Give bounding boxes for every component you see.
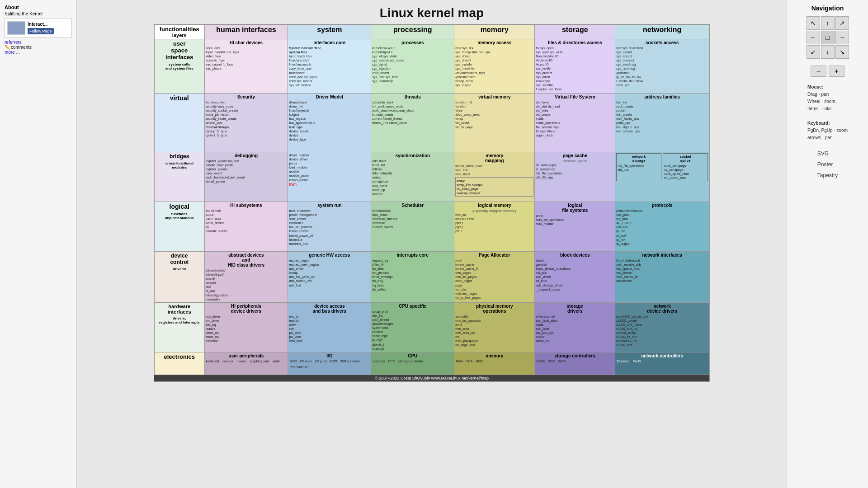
tapestry-link[interactable]: Tapestry <box>817 170 838 181</box>
cell-virtual-memory: virtual memory vmalloc_init vmalloc vfre… <box>454 94 535 152</box>
cell-memory-access: memory access mm/ sys_brk sys_mmap shm_v… <box>454 39 535 94</box>
footer: © 2007–2022 Costa Shulyupin www.MakeLinu… <box>154 375 709 381</box>
cell-driver-model: Driver Model drivers/base/ driver_init l… <box>288 94 371 152</box>
fb-box[interactable]: Interact... Follow Page <box>5 19 72 38</box>
pencil-icon: ✏️ <box>5 45 10 50</box>
cell-virtual-fs: Virtual File System vfs_fsync vfs_stat v… <box>535 94 615 152</box>
cell-user-peripherals: user peripherals keyboardcamera mousegra… <box>204 352 288 375</box>
cell-net-storage-splice: networkstorage nfs_file_operations sfd_o… <box>615 152 709 202</box>
fb-thumbnail <box>7 21 25 35</box>
layer-user-space: user space interfaces system callsand sy… <box>155 39 205 94</box>
mouse-wheel: Wheel - zoom, <box>807 98 848 105</box>
layer-virtual: virtual <box>155 94 205 152</box>
nav-up-right[interactable]: ↗ <box>835 16 849 30</box>
cell-processes: processes kernel/ fs/exec.c kernel/signa… <box>371 39 454 94</box>
nav-title: Navigation <box>811 5 844 12</box>
interact-label: Interact... <box>28 22 54 27</box>
zoom-controls[interactable]: − + <box>811 66 844 77</box>
layer-electronics: electronics <box>155 352 205 375</box>
nav-right[interactable]: → <box>835 31 849 44</box>
nav-up-left[interactable]: ↖ <box>807 16 820 30</box>
cell-generic-hw-access: generic HW access request_region request… <box>288 252 371 303</box>
map-title: Linux kernel map <box>380 6 484 20</box>
nav-down-left[interactable]: ↙ <box>807 45 820 59</box>
cell-page-cache: page cache address_space do_writepages s… <box>535 152 615 202</box>
nav-panel: Navigation ↖ ↑ ↗ ← □ → ↙ ↓ ↘ − + Mouse: … <box>787 0 868 488</box>
cell-hi-peripherals: HI peripheralsdevice drivers usb_driver … <box>204 302 288 352</box>
cell-io: I/O SDIOI/O memI/O ports ACPIUSB control… <box>288 352 371 375</box>
cell-cpu-bottom: CPU registersAPICinterrupt controller <box>371 352 454 375</box>
header-human: human interfaces <box>204 25 288 39</box>
nav-center[interactable]: □ <box>821 31 835 44</box>
nav-up[interactable]: ↑ <box>821 16 835 30</box>
layer-hardware-interfaces: hardware interfaces drivers,registers an… <box>155 302 205 352</box>
map-table: functionalities layers human interfaces … <box>154 24 709 375</box>
cell-debugging: debugging register_kprobe log_buf handle… <box>204 152 288 202</box>
header-storage: storage <box>535 25 615 39</box>
cell-storage-drivers: storagedrivers drivers/nvme/ scsi_host_a… <box>535 302 615 352</box>
mouse-items: Items - links <box>807 105 848 113</box>
about-subtitle: Splitting the Kernel <box>5 11 72 16</box>
cell-network-device-drivers: networkdevice drivers igpw2100_pci_int_o… <box>615 302 709 352</box>
nav-info: Mouse: Drag - pan Wheel - zoom, Items - … <box>807 84 848 141</box>
layer-logical: logical functionsimplementations <box>155 202 205 252</box>
keyboard-arrows: PgDn, PgUp - zoom <box>807 127 848 134</box>
nav-controls[interactable]: ↖ ↑ ↗ ← □ → ↙ ↓ ↘ <box>807 16 849 59</box>
cell-hi-subsystems: HI subsystems init/ kernel/ ALSA V4L2 DR… <box>204 202 288 252</box>
header-processing: processing <box>371 25 454 39</box>
referrers-link[interactable]: referrers <box>5 40 72 45</box>
zoom-out-button[interactable]: − <box>811 66 826 77</box>
svg-link[interactable]: SVG <box>817 148 838 159</box>
header-functionalities: functionalities layers <box>155 25 205 39</box>
nav-down[interactable]: ↓ <box>821 45 835 59</box>
nav-left[interactable]: ← <box>807 31 820 44</box>
cell-system-run: system run boot, shutdown power manageme… <box>288 202 371 252</box>
cell-interfaces-core: interfaces core System Call Interface sy… <box>288 39 371 94</box>
comments-link[interactable]: ✏️ comments <box>5 45 72 50</box>
cell-storage-controllers: storage controllers NVMeSCSISATA <box>535 352 615 375</box>
cell-device-access-bus-drivers: device accessand bus drivers ehc_irq rea… <box>288 302 371 352</box>
cell-files-dirs: files & directories access fs/ sys_open … <box>535 39 615 94</box>
cell-cpu-specific: CPU specific setup_arch ebx_irq start_th… <box>371 302 454 352</box>
poster-link[interactable]: Poster <box>817 159 838 170</box>
cell-memory-bottom: memory RAMDMAMMU <box>454 352 535 375</box>
header-networking: networking <box>615 25 709 39</box>
about-title: About <box>5 5 72 10</box>
cell-system-mid: driver_register device_driver probe load… <box>288 152 371 202</box>
cell-hi-char-devices: HI char devices cdev_add input_handlersn… <box>204 39 288 94</box>
cell-page-allocator: Page Allocator mm/ kmem_cache kmem_cache… <box>454 252 535 303</box>
cell-address-families: address families inet_init sock_create s… <box>615 94 709 152</box>
nav-links: SVG Poster Tapestry <box>817 148 838 181</box>
more-link[interactable]: more ... <box>5 50 72 55</box>
keyboard-pan: arrows - pan <box>807 134 848 141</box>
zoom-in-button[interactable]: + <box>829 66 844 77</box>
cell-scheduler: Scheduler kernel/sched/ task_struct sche… <box>371 202 454 252</box>
nav-down-right[interactable]: ↘ <box>835 45 849 59</box>
cell-synchronization: synchronization add_timer timer_list hrt… <box>371 152 454 202</box>
cell-logical-file-systems: logicalfile systems proto ext4_file_oper… <box>535 202 615 252</box>
follow-button[interactable]: Follow Page <box>28 28 54 34</box>
cell-threads: threads schedule_work init_work queue_wo… <box>371 94 454 152</box>
cell-network-controllers: network controllers EthernetWi-Fi <box>615 352 709 375</box>
header-system: system <box>288 25 371 39</box>
cell-abstract-devices: abstract devicesandHID class drivers dri… <box>204 252 288 303</box>
cell-sockets-access: sockets access net/ sys_socketcall sys_s… <box>615 39 709 94</box>
about-section: About Splitting the Kernel Interact... F… <box>2 2 74 57</box>
cell-interrupts-core: interrupts core request_irq jiffies_64 d… <box>371 252 454 303</box>
cell-logical-memory: logical memory physically mapped memory … <box>454 202 535 252</box>
kernel-map: functionalities layers human interfaces … <box>154 24 710 382</box>
cell-security: Security linux/security.h security/ may_… <box>204 94 288 152</box>
header-memory: memory <box>454 25 535 39</box>
mouse-drag: Drag - pan <box>807 91 848 98</box>
layer-device-control: device control drivers/ <box>155 252 205 303</box>
cell-network-interfaces: network interfaces linux/netdevice.h net… <box>615 252 709 303</box>
cell-protocols: protocols proto/net/protocols udp_prot t… <box>615 202 709 252</box>
cell-physical-memory-operations: physical memoryoperations arch/x86/ mm_i… <box>454 302 535 352</box>
cell-block-devices: block devices block/ gendisk block_devic… <box>535 252 615 303</box>
keyboard-label: Keyboard: <box>807 120 848 127</box>
left-sidebar: About Splitting the Kernel Interact... F… <box>0 0 77 488</box>
mouse-label: Mouse: <box>807 84 848 91</box>
cell-memory-mapping: memorymapping kmem_cache_alloc vma_link … <box>454 152 535 202</box>
layer-bridges: bridges cross-functionalmodules <box>155 152 205 202</box>
main-content: Linux kernel map functionalities layers … <box>77 0 787 488</box>
